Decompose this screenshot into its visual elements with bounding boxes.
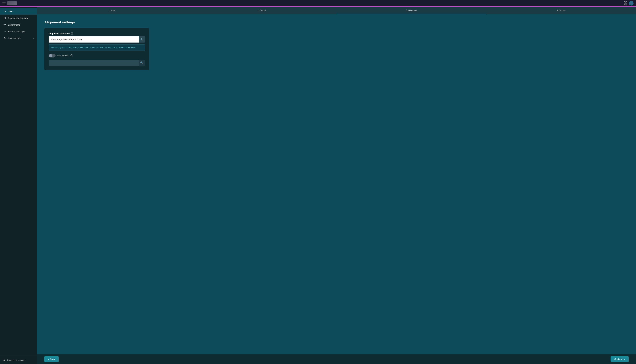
alignment-reference-label: Alignment reference: [49, 32, 70, 35]
step-review[interactable]: 4. Review: [486, 7, 636, 14]
sidebar-item-label: Start: [8, 10, 34, 13]
back-arrow-icon: ‹: [48, 358, 49, 360]
menu-icon[interactable]: [3, 2, 6, 4]
sidebar-item-label: Experiments: [8, 24, 34, 26]
info-text: Processing this file will take an estima…: [51, 46, 136, 49]
alignment-reference-input-row: 🔍: [49, 36, 145, 42]
sidebar-item-label: System messages: [8, 30, 34, 33]
continue-arrow-icon: ›: [624, 358, 625, 360]
start-icon: ⊙: [3, 10, 6, 13]
topbar: ? Help L: [0, 0, 636, 7]
help-circle-icon: ?: [624, 1, 627, 4]
use-bed-file-label: Use .bed file: [57, 54, 69, 57]
step-output[interactable]: 2. Output: [187, 7, 336, 14]
help-button[interactable]: ? Help: [624, 1, 627, 6]
bed-file-input-disabled: [49, 60, 139, 66]
alignment-reference-info-box: Processing this file will take an estima…: [49, 44, 145, 51]
alignment-card: Alignment reference ? 🔍 Processing this …: [45, 28, 149, 70]
grid-icon: ⊞: [3, 16, 6, 20]
sidebar-item-label: Sequencing overview: [8, 17, 34, 19]
continue-button[interactable]: Continue ›: [610, 356, 628, 362]
experiments-icon: 〜: [3, 23, 6, 26]
logo: [8, 1, 17, 6]
use-bed-file-toggle-row: Use .bed file ?: [49, 54, 145, 58]
sidebar-item-start[interactable]: ⊙ Start: [0, 8, 37, 15]
back-button[interactable]: ‹ Back: [45, 356, 59, 362]
main-layout: ⊙ Start ⊞ Sequencing overview 〜 Experime…: [0, 7, 636, 364]
content-area: 1. Input 2. Output 3. Alignment 4. Revie…: [37, 7, 636, 364]
bed-file-input-row: 🔍: [49, 60, 145, 66]
settings-icon: ⚙: [3, 37, 6, 40]
help-label: Help: [624, 4, 627, 6]
use-bed-file-label-group: Use .bed file ?: [57, 54, 73, 57]
messages-icon: ▭: [3, 30, 6, 33]
page-footer: ‹ Back Continue ›: [37, 354, 636, 364]
topbar-left: [3, 1, 17, 6]
avatar[interactable]: L: [629, 1, 633, 6]
back-label: Back: [50, 358, 55, 360]
folder-icon: 🔍: [140, 38, 143, 41]
alignment-reference-browse-button[interactable]: 🔍: [139, 36, 145, 42]
chevron-right-icon: ›: [33, 37, 34, 39]
step-input[interactable]: 1. Input: [37, 7, 187, 14]
continue-label: Continue: [614, 358, 623, 360]
sidebar-item-system-messages[interactable]: ▭ System messages: [0, 28, 37, 35]
alignment-reference-input[interactable]: [49, 36, 139, 42]
folder-disabled-icon: 🔍: [140, 61, 143, 64]
sidebar-item-sequencing-overview[interactable]: ⊞ Sequencing overview: [0, 15, 37, 21]
sidebar-footer-connection-manager[interactable]: ♟ Connection manager: [0, 356, 37, 364]
alignment-reference-field-label: Alignment reference ?: [49, 32, 145, 35]
sidebar-nav: ⊙ Start ⊞ Sequencing overview 〜 Experime…: [0, 7, 37, 356]
page-title: Alignment settings: [45, 20, 628, 24]
topbar-right: ? Help L: [624, 1, 633, 6]
step-nav: 1. Input 2. Output 3. Alignment 4. Revie…: [37, 7, 636, 14]
sidebar-item-host-settings[interactable]: ⚙ Host settings ›: [0, 35, 37, 42]
bed-file-help-icon[interactable]: ?: [70, 54, 73, 57]
use-bed-file-toggle[interactable]: [49, 54, 56, 58]
sidebar-item-experiments[interactable]: 〜 Experiments: [0, 21, 37, 28]
page-content: Alignment settings Alignment reference ?…: [37, 14, 636, 354]
connection-manager-icon: ♟: [3, 358, 5, 362]
bed-file-browse-button-disabled: 🔍: [139, 60, 145, 66]
alignment-reference-help-icon[interactable]: ?: [71, 32, 73, 35]
sidebar: ⊙ Start ⊞ Sequencing overview 〜 Experime…: [0, 7, 37, 364]
connection-manager-label: Connection manager: [7, 359, 26, 361]
sidebar-item-label: Host settings: [8, 37, 32, 40]
step-alignment[interactable]: 3. Alignment: [336, 7, 486, 14]
